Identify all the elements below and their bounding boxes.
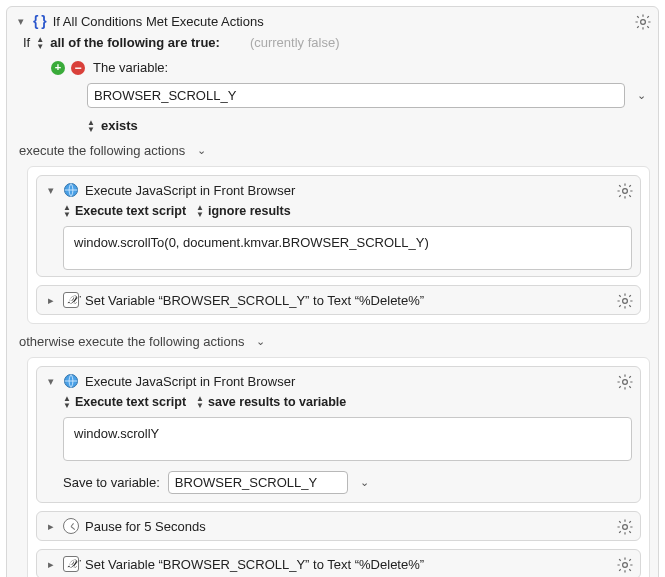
script-textarea[interactable]: window.scrollY: [63, 417, 632, 461]
then-actions-container: ▾ Execute JavaScript in Front Browser Ex…: [27, 166, 650, 324]
operator-stepper[interactable]: [87, 119, 95, 133]
svg-point-7: [623, 563, 628, 568]
gear-icon[interactable]: [616, 373, 634, 391]
else-actions-container: ▾ Execute JavaScript in Front Browser Ex…: [27, 357, 650, 577]
save-variable-combo[interactable]: BROWSER_SCROLL_Y: [168, 471, 348, 494]
svg-point-0: [641, 20, 646, 25]
panel-title: If All Conditions Met Execute Actions: [53, 14, 264, 29]
svg-point-6: [623, 525, 628, 530]
braces-icon: { }: [33, 13, 47, 29]
if-prefix: If: [23, 35, 30, 50]
globe-icon: [63, 373, 79, 389]
else-section-label: otherwise execute the following actions: [19, 334, 244, 349]
script-source-stepper[interactable]: [63, 204, 71, 218]
disclosure-toggle[interactable]: ▸: [45, 294, 57, 307]
action-title: Execute JavaScript in Front Browser: [85, 183, 295, 198]
pause-action: ▸ Pause for 5 Seconds: [36, 511, 641, 541]
gear-icon[interactable]: [616, 556, 634, 574]
save-variable-label: Save to variable:: [63, 475, 160, 490]
timer-icon: [63, 518, 79, 534]
else-menu-chevron[interactable]: ⌄: [252, 335, 269, 348]
svg-point-2: [623, 189, 628, 194]
globe-icon: [63, 182, 79, 198]
execute-js-action-else: ▾ Execute JavaScript in Front Browser Ex…: [36, 366, 641, 503]
save-variable-value: BROWSER_SCROLL_Y: [175, 475, 317, 490]
predicate-stepper[interactable]: [36, 36, 44, 50]
gear-icon[interactable]: [634, 13, 652, 31]
variable-icon: 𝒳: [63, 292, 79, 308]
script-source-stepper[interactable]: [63, 395, 71, 409]
if-predicate: all of the following are true:: [50, 35, 220, 50]
disclosure-toggle[interactable]: ▸: [45, 520, 57, 533]
condition-operator: exists: [101, 118, 138, 133]
result-mode-stepper[interactable]: [196, 395, 204, 409]
set-variable-action-else: ▸ 𝒳 Set Variable “BROWSER_SCROLL_Y” to T…: [36, 549, 641, 577]
script-textarea[interactable]: window.scrollTo(0, document.kmvar.BROWSE…: [63, 226, 632, 270]
result-mode-label: save results to variable: [208, 395, 346, 409]
gear-icon[interactable]: [616, 518, 634, 536]
add-condition-button[interactable]: +: [51, 61, 65, 75]
if-action-panel: ▾ { } If All Conditions Met Execute Acti…: [6, 6, 659, 577]
svg-point-5: [623, 380, 628, 385]
execute-js-action-then: ▾ Execute JavaScript in Front Browser Ex…: [36, 175, 641, 277]
result-mode-stepper[interactable]: [196, 204, 204, 218]
result-mode-label: ignore results: [208, 204, 291, 218]
then-section-label: execute the following actions: [19, 143, 185, 158]
action-title: Execute JavaScript in Front Browser: [85, 374, 295, 389]
action-title: Set Variable “BROWSER_SCROLL_Y” to Text …: [85, 293, 424, 308]
if-status: (currently false): [250, 35, 340, 50]
script-source-label: Execute text script: [75, 204, 186, 218]
disclosure-toggle[interactable]: ▾: [45, 375, 57, 388]
variable-name-input[interactable]: [87, 83, 625, 108]
action-title: Pause for 5 Seconds: [85, 519, 206, 534]
variable-picker-chevron[interactable]: ⌄: [633, 89, 650, 102]
disclosure-toggle[interactable]: ▾: [45, 184, 57, 197]
gear-icon[interactable]: [616, 182, 634, 200]
svg-point-3: [623, 299, 628, 304]
action-title: Set Variable “BROWSER_SCROLL_Y” to Text …: [85, 557, 424, 572]
then-menu-chevron[interactable]: ⌄: [193, 144, 210, 157]
set-variable-action-then: ▸ 𝒳 Set Variable “BROWSER_SCROLL_Y” to T…: [36, 285, 641, 315]
variable-icon: 𝒳: [63, 556, 79, 572]
gear-icon[interactable]: [616, 292, 634, 310]
condition-label: The variable:: [93, 60, 168, 75]
script-source-label: Execute text script: [75, 395, 186, 409]
remove-condition-button[interactable]: −: [71, 61, 85, 75]
disclosure-toggle[interactable]: ▾: [15, 15, 27, 28]
save-variable-chevron[interactable]: ⌄: [356, 476, 373, 489]
disclosure-toggle[interactable]: ▸: [45, 558, 57, 571]
